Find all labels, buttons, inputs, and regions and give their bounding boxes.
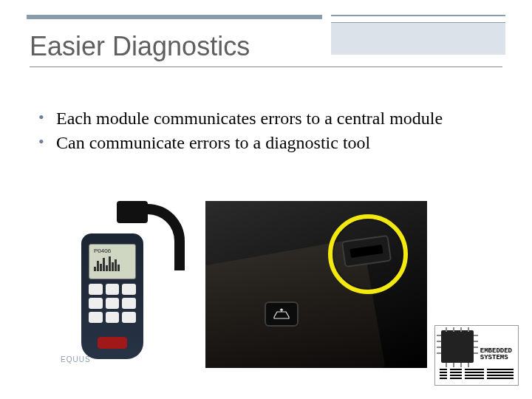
scanner-graph [94,256,132,274]
embedded-systems-badge: EMBEDDED SYSTEMS [434,325,519,386]
obd-scanner-image: P0406 EQUUS [59,201,191,366]
scanner-code: P0406 [94,248,111,254]
car-hood-icon [273,308,290,320]
header-accent-rule [331,15,505,19]
badge-label: EMBEDDED SYSTEMS [480,348,512,361]
bullet-item: Each module communicates errors to a cen… [38,108,482,129]
scanner-cable [140,204,185,270]
scanner-watermark: EQUUS [61,355,91,364]
scanner-body: P0406 [81,233,143,359]
bullet-list: Each module communicates errors to a cen… [38,108,482,157]
obd-port-photo [205,201,427,368]
highlight-circle-icon [328,214,408,294]
chip-icon [441,330,474,363]
bullet-text: Can communicate errors to a diagnostic t… [56,133,370,152]
header-accent-bar [27,15,322,19]
title-divider [30,66,502,67]
image-row: P0406 EQUUS [59,201,427,368]
hood-release-icon [265,301,299,327]
badge-line2: SYSTEMS [480,354,508,361]
scanner-power-button [98,337,127,349]
bullet-text: Each module communicates errors to a cen… [56,109,443,128]
scanner-screen: P0406 [89,244,136,279]
header-side-panel [331,22,505,55]
scanner-keypad [89,284,136,337]
bullet-item: Can communicate errors to a diagnostic t… [38,132,482,154]
slide-title: Easier Diagnostics [30,31,250,62]
code-lines-icon [440,369,514,382]
